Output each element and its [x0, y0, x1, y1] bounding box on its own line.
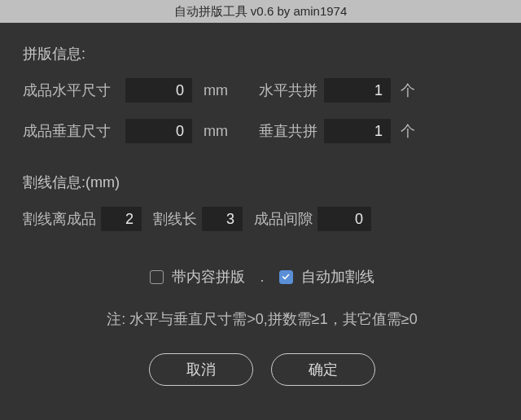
input-gap[interactable]: [317, 207, 371, 231]
ok-button[interactable]: 确定: [271, 353, 375, 386]
label-gap: 成品间隙: [254, 209, 313, 229]
input-cut-length[interactable]: [202, 207, 243, 231]
unit-piece-1: 个: [401, 81, 415, 100]
checkbox-row: 带内容拼版 . 自动加割线: [23, 267, 501, 287]
button-row: 取消 确定: [23, 353, 501, 386]
separator-dot: .: [260, 269, 264, 286]
checkbox-auto-cut[interactable]: 自动加割线: [279, 267, 374, 287]
label-cut-distance: 割线离成品: [23, 209, 96, 229]
checkbox-label-with-content: 带内容拼版: [172, 267, 245, 287]
checkbox-icon: [150, 270, 164, 284]
section2-header: 割线信息:(mm): [23, 173, 501, 192]
unit-mm-1: mm: [204, 82, 236, 99]
unit-piece-2: 个: [401, 121, 415, 141]
row-cutting-line: 割线离成品 割线长 成品间隙: [23, 207, 501, 231]
input-horizontal-count[interactable]: [324, 78, 391, 103]
label-horizontal-count: 水平共拼: [259, 81, 324, 100]
row-horizontal-size: 成品水平尺寸 mm 水平共拼 个: [23, 78, 501, 103]
label-cut-length: 割线长: [153, 209, 197, 229]
label-vertical-size: 成品垂直尺寸: [23, 121, 125, 141]
input-vertical-size[interactable]: [125, 119, 192, 143]
label-vertical-count: 垂直共拼: [259, 121, 324, 141]
unit-mm-2: mm: [204, 123, 236, 140]
row-vertical-size: 成品垂直尺寸 mm 垂直共拼 个: [23, 119, 501, 143]
input-vertical-count[interactable]: [324, 119, 391, 143]
window-title: 自动拼版工具 v0.6 by amin1974: [0, 0, 521, 23]
checkbox-checked-icon: [279, 270, 293, 284]
section1-header: 拼版信息:: [23, 44, 501, 63]
input-horizontal-size[interactable]: [125, 78, 192, 103]
label-horizontal-size: 成品水平尺寸: [23, 81, 125, 100]
cancel-button[interactable]: 取消: [149, 353, 253, 386]
checkbox-label-auto-cut: 自动加割线: [301, 267, 374, 287]
checkbox-with-content[interactable]: 带内容拼版: [150, 267, 245, 287]
note-text: 注: 水平与垂直尺寸需>0,拼数需≥1，其它值需≥0: [23, 309, 501, 329]
content-area: 拼版信息: 成品水平尺寸 mm 水平共拼 个 成品垂直尺寸 mm 垂直共拼 个 …: [0, 23, 521, 402]
input-cut-distance[interactable]: [101, 207, 142, 231]
